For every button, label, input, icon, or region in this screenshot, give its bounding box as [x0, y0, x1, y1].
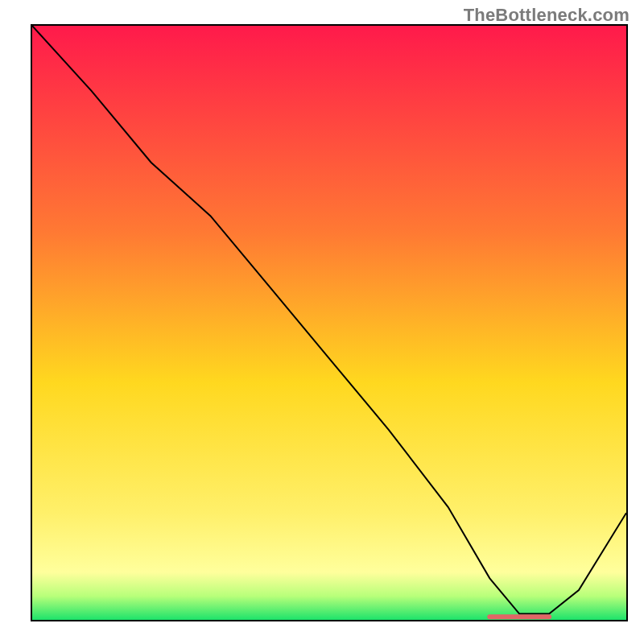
- watermark-text: TheBottleneck.com: [464, 5, 630, 26]
- chart-svg: [32, 26, 626, 620]
- gradient-background: [32, 26, 626, 620]
- plot-area: [31, 24, 628, 621]
- chart-container: TheBottleneck.com: [0, 0, 644, 644]
